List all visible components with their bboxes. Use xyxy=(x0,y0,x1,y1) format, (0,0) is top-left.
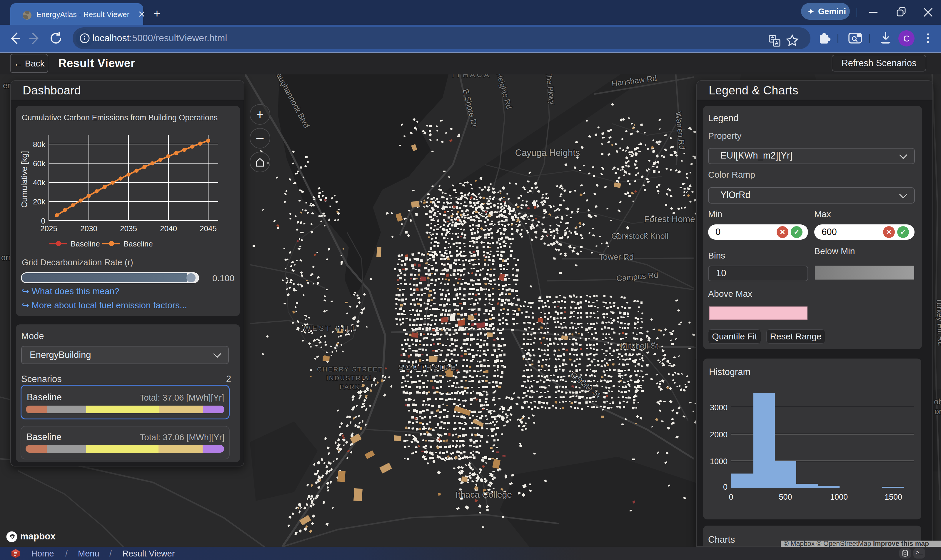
svg-text:80k: 80k xyxy=(33,140,46,149)
svg-text:E Shore Dr: E Shore Dr xyxy=(461,88,479,128)
svg-text:Ithaca College: Ithaca College xyxy=(455,490,512,499)
svg-text:0: 0 xyxy=(723,483,727,491)
svg-text:500: 500 xyxy=(779,493,792,502)
svg-text:Baseline: Baseline xyxy=(123,239,153,248)
svg-text:2030: 2030 xyxy=(80,224,97,233)
svg-text:40k: 40k xyxy=(33,178,46,187)
svg-text:I T H A C A: I T H A C A xyxy=(452,74,489,79)
svg-text:2025: 2025 xyxy=(40,224,57,233)
svg-text:Comstock Knoll: Comstock Knoll xyxy=(611,231,669,241)
svg-text:Mitchell St: Mitchell St xyxy=(620,341,658,350)
svg-text:Tower Rd: Tower Rd xyxy=(599,252,634,262)
svg-text:CHERRY STREET: CHERRY STREET xyxy=(317,366,383,373)
svg-text:WEST HILL: WEST HILL xyxy=(303,324,358,332)
svg-text:Heights Rd: Heights Rd xyxy=(495,74,514,110)
svg-text:60k: 60k xyxy=(33,159,46,168)
svg-text:1000: 1000 xyxy=(710,457,727,466)
svg-text:0: 0 xyxy=(729,493,733,502)
svg-text:Cayuga Heights: Cayuga Heights xyxy=(515,148,580,158)
svg-text:The Pkwy: The Pkwy xyxy=(544,74,557,105)
svg-text:20k: 20k xyxy=(33,197,46,206)
svg-text:1000: 1000 xyxy=(830,493,848,502)
svg-text:PARK: PARK xyxy=(340,383,360,391)
svg-text:Forest Home: Forest Home xyxy=(644,214,695,224)
svg-text:2035: 2035 xyxy=(120,224,137,233)
svg-text:Baseline: Baseline xyxy=(71,239,100,248)
svg-text:Cumulative [kg]: Cumulative [kg] xyxy=(20,151,29,208)
svg-text:2000: 2000 xyxy=(710,430,727,439)
svg-text:2045: 2045 xyxy=(200,224,217,233)
svg-text:Campus Rd: Campus Rd xyxy=(616,271,659,283)
svg-text:er: er xyxy=(3,81,10,90)
svg-text:INDUSTRIAL: INDUSTRIAL xyxy=(326,374,374,382)
svg-text:SOUTHSIDE: SOUTHSIDE xyxy=(398,363,457,371)
svg-text:oba: oba xyxy=(934,397,941,406)
svg-text:orr: orr xyxy=(935,407,941,416)
svg-text:3000: 3000 xyxy=(710,403,727,412)
svg-text:2040: 2040 xyxy=(160,224,177,233)
svg-text:1500: 1500 xyxy=(884,493,902,502)
